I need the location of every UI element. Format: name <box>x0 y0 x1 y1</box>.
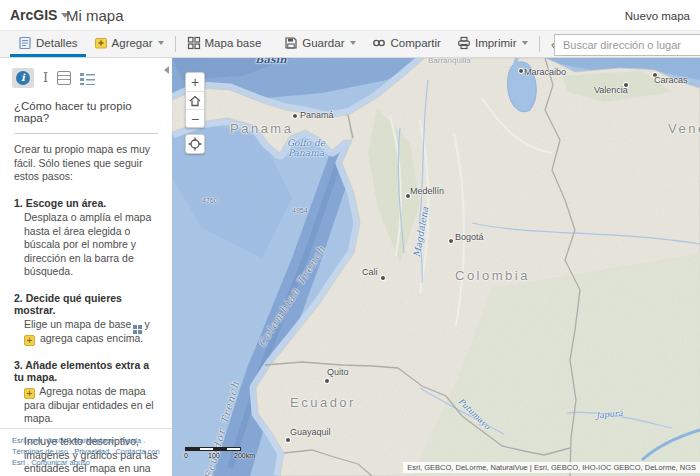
footer-link-help[interactable]: Ayuda <box>120 436 145 445</box>
link-icon <box>372 36 386 50</box>
basemap-icon <box>187 36 201 50</box>
panel-body: ¿Cómo hacer tu propio mapa? Crear tu pro… <box>0 100 172 476</box>
add-label: Agregar <box>112 37 153 49</box>
app-header: ArcGIS Mi mapa Nuevo mapa <box>0 0 700 30</box>
info-icon: i <box>16 71 30 85</box>
arcgis-logo[interactable]: ArcGIS <box>10 7 69 23</box>
locate-icon <box>188 137 202 151</box>
basemap-image <box>172 58 700 476</box>
zoom-controls: + − <box>185 72 205 128</box>
page-title: Mi mapa <box>66 7 124 24</box>
details-panel: i I ¿Cómo hacer tu propio mapa? Crear tu… <box>0 58 172 476</box>
main-area: i I ¿Cómo hacer tu propio mapa? Crear tu… <box>0 58 700 476</box>
save-button[interactable]: Guardar <box>276 31 364 57</box>
tab-content[interactable] <box>57 71 71 85</box>
step2-title: 2. Decide qué quieres mostrar. <box>14 292 158 316</box>
search-input[interactable] <box>554 34 700 56</box>
panel-heading: ¿Cómo hacer tu propio mapa? <box>14 100 158 124</box>
intro-text: Crear tu propio mapa es muy fácil. Sólo … <box>14 143 158 184</box>
basemap-button[interactable]: Mapa base <box>179 31 270 57</box>
step2-text-c: agrega capas encima. <box>40 332 143 344</box>
basemap-label: Mapa base <box>205 37 262 49</box>
divider <box>14 133 158 134</box>
step2-body: Elige un mapa de basey agrega capas enci… <box>14 318 158 346</box>
basemap-mini-icon <box>133 325 137 329</box>
printer-icon <box>457 36 471 50</box>
locate-button[interactable] <box>185 134 205 154</box>
collapse-panel-icon[interactable] <box>164 66 169 74</box>
zoom-out-button[interactable]: − <box>186 109 204 127</box>
details-button[interactable]: Detalles <box>10 31 86 57</box>
new-map-button[interactable]: Nuevo mapa <box>625 10 690 22</box>
details-label: Detalles <box>36 37 78 49</box>
footer-link-terms[interactable]: Términos de uso <box>12 447 72 456</box>
footer-link-abuse[interactable]: Comunicar abuso <box>31 458 90 467</box>
footer-link-privacy[interactable]: Privacidad <box>74 447 113 456</box>
add-mini-icon <box>24 388 35 399</box>
add-mini-icon <box>24 335 35 346</box>
text-cursor-icon[interactable]: I <box>43 71 48 85</box>
step3-title: 3. Añade elementos extra a tu mapa. <box>14 359 158 383</box>
tab-about[interactable]: i <box>12 68 34 88</box>
footer-link-marketplace[interactable]: ArcGIS Marketplace <box>47 436 118 445</box>
zoom-in-button[interactable]: + <box>186 73 204 91</box>
tab-legend[interactable] <box>80 72 95 85</box>
add-button[interactable]: Agregar <box>86 31 173 57</box>
footer-links: Esri.com ArcGIS Marketplace Ayuda Términ… <box>0 428 172 476</box>
step3-body1: Agrega notas de mapa para dibujar entida… <box>14 385 158 426</box>
details-icon <box>18 36 32 50</box>
save-icon <box>284 36 298 50</box>
share-button[interactable]: Compartir <box>364 31 448 57</box>
step2-text-a: Elige un mapa de base <box>24 318 131 330</box>
footer-link-esri[interactable]: Esri.com <box>12 436 45 445</box>
print-label: Imprimir <box>475 37 517 49</box>
brand-label: ArcGIS <box>10 7 57 23</box>
share-label: Compartir <box>390 37 440 49</box>
step1-body: Desplaza o amplía el mapa hasta el área … <box>14 211 158 279</box>
step2-text-b: y <box>144 318 149 330</box>
print-button[interactable]: Imprimir <box>449 31 537 57</box>
chevron-down-icon <box>522 41 528 45</box>
chevron-down-icon <box>350 41 356 45</box>
map-canvas[interactable]: Panama Colombia Ecuador Venezuela Panamá… <box>172 58 700 476</box>
save-label: Guardar <box>302 37 344 49</box>
panel-tabs: i I <box>0 58 172 92</box>
chevron-down-icon <box>158 41 164 45</box>
home-button[interactable] <box>186 91 204 109</box>
toolbar: Detalles Agregar Mapa base Guardar Compa… <box>0 30 700 58</box>
step3-text1: Agrega notas de mapa para dibujar entida… <box>24 385 154 425</box>
home-icon <box>189 95 201 107</box>
add-layer-icon <box>94 36 108 50</box>
step1-title: 1. Escoge un área. <box>14 197 158 209</box>
